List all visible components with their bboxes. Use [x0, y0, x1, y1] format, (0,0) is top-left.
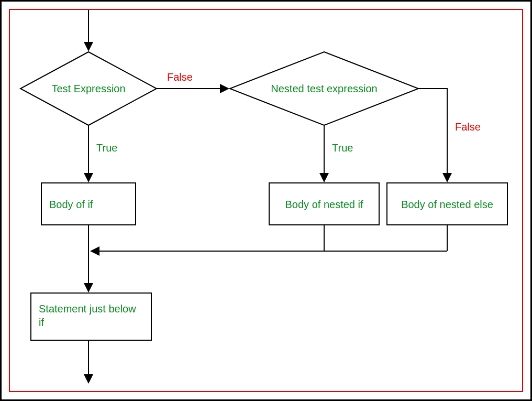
edge-label-nested-true: True — [332, 142, 353, 154]
edge-label-test-false: False — [167, 71, 193, 83]
decision-test-expression-label: Test Expression — [51, 83, 125, 94]
process-statement-below-if — [31, 293, 151, 340]
process-body-of-nested-else-label: Body of nested else — [401, 199, 493, 210]
edge-label-test-true: True — [96, 142, 117, 154]
flowchart-svg: Test Expression Nested test expression B… — [10, 10, 522, 391]
inner-frame: Test Expression Nested test expression B… — [9, 9, 523, 392]
decision-nested-test-expression-label: Nested test expression — [271, 83, 377, 94]
arrow-nested-false-to-body-nested-else — [418, 89, 447, 181]
process-body-of-nested-if-label: Body of nested if — [285, 199, 363, 210]
outer-frame: Test Expression Nested test expression B… — [0, 0, 532, 401]
edge-label-nested-false: False — [455, 121, 481, 133]
process-body-of-if-label: Body of if — [49, 199, 93, 210]
